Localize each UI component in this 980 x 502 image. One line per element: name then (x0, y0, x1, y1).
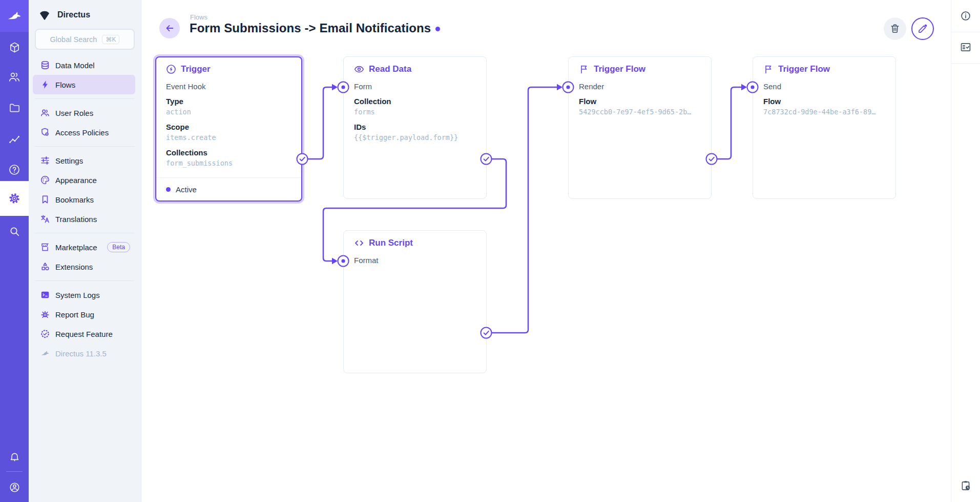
version-label: Directus 11.3.5 (55, 349, 107, 358)
flow-panel-trigger-flow-render[interactable]: Trigger Flow Render Flow 5429ccb0-7e97-4… (568, 56, 712, 199)
sidebar-item-label: Bookmarks (55, 195, 94, 204)
sidebar-item-label: Access Policies (55, 128, 109, 137)
module-file-library[interactable] (0, 93, 29, 122)
terminal-icon (40, 290, 50, 299)
delete-flow-button[interactable] (884, 17, 906, 40)
panel-header: Read Data (354, 64, 476, 74)
edit-flow-button[interactable] (911, 17, 934, 40)
module-rail (0, 0, 29, 502)
project-row[interactable]: Directus (29, 0, 141, 27)
module-content[interactable] (0, 33, 29, 62)
sidebar-item-label: Appearance (55, 176, 97, 185)
nav-divider (35, 233, 135, 233)
right-sidebar-divider (951, 63, 980, 64)
panel-title: Read Data (369, 64, 411, 74)
sidebar-item-user-roles[interactable]: User Roles (33, 103, 135, 123)
sidebar-item-bookmarks[interactable]: Bookmarks (33, 190, 135, 209)
sidebar-item-flows[interactable]: Flows (33, 75, 135, 94)
sidebar-item-access-policies[interactable]: Access Policies (33, 123, 135, 142)
panel-title: Trigger Flow (594, 64, 645, 74)
arrowhead (557, 84, 562, 90)
module-settings[interactable] (0, 181, 29, 216)
panel-title: Run Script (369, 238, 413, 248)
wire-run-script-to-render (486, 87, 557, 333)
search-kbd-shortcut: ⌘K (102, 35, 119, 44)
panel-header: Trigger Flow (579, 64, 701, 74)
flow-panel-trigger[interactable]: Trigger Event Hook Type action Scope ite… (155, 56, 302, 202)
sidebar-item-report-bug[interactable]: Report Bug (33, 305, 135, 324)
sidebar-item-label: Flows (55, 81, 75, 89)
pending-tasks-button[interactable] (951, 471, 980, 500)
flow-panel-read-data[interactable]: Read Data Form Collection forms IDs {{$t… (343, 56, 487, 199)
trigger-status-footer[interactable]: Active (156, 177, 301, 200)
notifications-button[interactable] (0, 443, 29, 472)
rail-divider (6, 471, 23, 472)
verified-badge-icon (40, 329, 50, 338)
bookmark-icon (40, 195, 50, 204)
project-logo-icon (38, 8, 51, 22)
module-help[interactable] (0, 155, 29, 184)
panel-operation-name: Event Hook (166, 81, 291, 92)
sidebar-item-label: Data Model (55, 61, 95, 70)
panel-field: Flow 7c8732cd-9d9e-44be-a3f6-89… (763, 96, 885, 117)
database-icon (40, 61, 50, 70)
help-circle-icon (8, 164, 20, 176)
gear-icon (8, 192, 21, 205)
flow-panel-run-script[interactable]: Run Script Format (343, 230, 487, 373)
panel-title: Trigger (181, 64, 211, 74)
right-sidebar-divider (951, 32, 980, 32)
eye-icon (354, 64, 364, 74)
sidebar-item-settings[interactable]: Settings (33, 151, 135, 170)
sidebar-item-label: User Roles (55, 109, 93, 117)
module-insights[interactable] (0, 125, 29, 153)
sidebar-item-label: Translations (55, 215, 97, 224)
flow-panel-trigger-flow-send[interactable]: Trigger Flow Send Flow 7c8732cd-9d9e-44b… (753, 56, 896, 199)
panel-field: Collections form_submissions (166, 147, 291, 169)
shapes-icon (40, 262, 50, 271)
sidebar-item-translations[interactable]: Translations (33, 209, 135, 229)
sidebar-item-appearance[interactable]: Appearance (33, 170, 135, 190)
arrow-left-icon (164, 23, 175, 34)
nav-divider (35, 98, 135, 99)
panel-operation-name: Send (763, 81, 885, 92)
sidebar-item-system-logs[interactable]: System Logs (33, 285, 135, 305)
bug-icon (40, 310, 50, 319)
insights-chart-icon (8, 133, 20, 145)
nav-sidebar: Directus Global Search ⌘K Data Model Flo… (29, 0, 141, 502)
panel-operation-name: Render (579, 81, 701, 92)
panel-field: Collection forms (354, 96, 476, 117)
panel-operation-name: Format (354, 255, 476, 266)
panel-header: Run Script (354, 238, 476, 248)
global-search-input[interactable]: Global Search ⌘K (35, 29, 135, 50)
flows-editor-page: Directus Global Search ⌘K Data Model Flo… (0, 0, 980, 502)
logs-list-button[interactable] (951, 33, 980, 62)
content-cube-icon (9, 42, 20, 53)
arrowhead (332, 258, 338, 264)
unsaved-indicator-dot (435, 27, 440, 31)
back-button[interactable] (159, 18, 180, 38)
module-search[interactable] (0, 217, 29, 246)
panel-operation-name: Form (354, 81, 476, 92)
bolt-circle-icon (166, 64, 176, 74)
wire-render-to-send (712, 87, 741, 159)
sidebar-item-request-feature[interactable]: Request Feature (33, 324, 135, 344)
sidebar-item-extensions[interactable]: Extensions (33, 257, 135, 276)
panel-field: Flow 5429ccb0-7e97-4ef5-9d65-2b… (579, 96, 701, 117)
flag-icon (763, 64, 774, 74)
nav-divider (35, 280, 135, 281)
title-row: Form Submissions -> Email Notifications (190, 21, 440, 35)
flow-info-button[interactable] (951, 2, 980, 30)
sidebar-item-label: System Logs (55, 291, 100, 299)
bell-icon (9, 452, 20, 464)
sidebar-item-data-model[interactable]: Data Model (33, 55, 135, 75)
nav-divider (35, 146, 135, 147)
sidebar-item-label: Extensions (55, 263, 93, 271)
sidebar-item-label: Report Bug (55, 310, 94, 319)
sidebar-item-label: Marketplace (55, 243, 97, 252)
breadcrumb[interactable]: Flows (190, 13, 207, 21)
module-user-directory[interactable] (0, 63, 29, 91)
pencil-icon (917, 23, 928, 34)
directus-logo-tile[interactable] (0, 0, 29, 32)
account-button[interactable] (0, 473, 29, 501)
sidebar-item-marketplace[interactable]: Marketplace Beta (33, 237, 135, 257)
